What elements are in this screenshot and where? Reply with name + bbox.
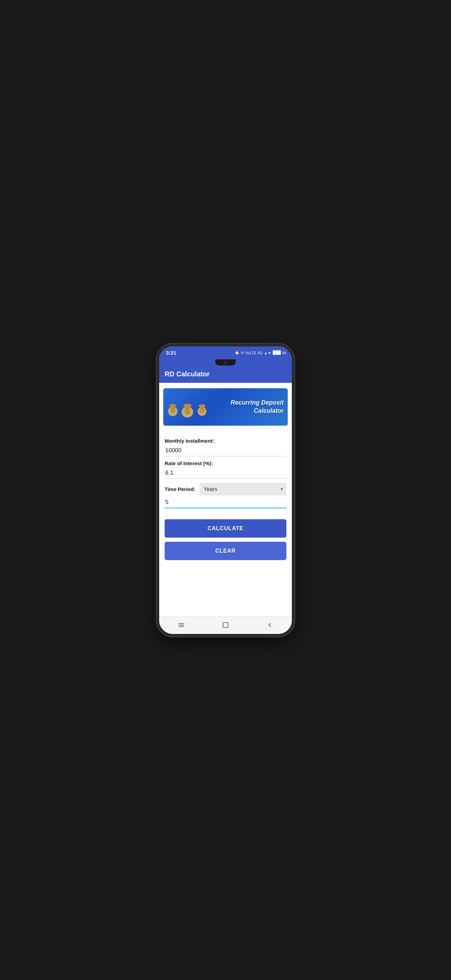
calculate-button[interactable]: CALCULATE [165,519,286,538]
nav-back-button[interactable] [262,617,277,633]
notch-area [159,360,292,367]
money-bag-2 [180,398,195,418]
monthly-installment-input[interactable] [165,445,286,456]
time-period-value-input[interactable] [165,497,286,508]
front-camera [224,361,227,364]
money-bag-3 [196,399,208,417]
status-battery: 84 [282,351,286,355]
time-unit-select[interactable]: Years Months [200,483,286,495]
app-bar: RD Calculator [159,367,292,383]
menu-icon [178,621,185,629]
notch [215,360,236,366]
banner: Recurring Deposit Calculator [163,388,288,426]
svg-point-9 [186,410,189,412]
svg-point-4 [172,410,174,412]
status-alarm-icon: ⏰ [235,350,240,355]
banner-line1: Recurring Deposit [230,399,284,406]
status-dnd-icon: ⊖ [241,350,244,355]
banner-line2: Calculator [254,407,284,414]
svg-point-2 [169,404,176,407]
form-section: Monthly Installment: Rate of Interest (%… [159,428,292,616]
content-area: Recurring Deposit Calculator Monthly Ins… [159,383,292,616]
svg-point-12 [199,404,205,408]
status-bars-icon: ▉▉▉ [273,350,281,355]
nav-home-button[interactable] [218,617,233,633]
status-wifi-icon: ▲▼ [264,351,272,355]
status-bar: 3:21 ⏰ ⊖ VoLTE 4G ▲▼ ▉▉▉ 84 [159,347,292,360]
rate-of-interest-label: Rate of Interest (%): [165,460,286,466]
svg-point-7 [183,404,192,408]
status-time: 3:21 [166,350,176,356]
banner-text: Recurring Deposit Calculator [230,399,288,415]
clear-button[interactable]: CLEAR [165,542,286,560]
app-title: RD Calculator [165,370,210,378]
banner-bags [163,395,211,419]
money-bag-1 [167,399,179,417]
nav-bar [159,616,292,634]
status-icons: ⏰ ⊖ VoLTE 4G ▲▼ ▉▉▉ 84 [235,350,286,355]
status-4g-icon: 4G [257,351,262,355]
svg-rect-18 [223,623,228,628]
home-icon [222,621,229,629]
back-icon [266,621,273,629]
nav-menu-button[interactable] [174,617,189,633]
svg-point-14 [201,410,203,411]
time-period-label: Time Period: [165,486,195,492]
rate-of-interest-input[interactable] [165,468,286,479]
status-signal-icon: VoLTE [245,351,256,355]
phone-frame: 3:21 ⏰ ⊖ VoLTE 4G ▲▼ ▉▉▉ 84 RD Calculato… [159,347,292,634]
time-period-row: Time Period: Years Months [165,483,286,495]
time-unit-select-wrapper[interactable]: Years Months [200,483,286,495]
monthly-installment-label: Monthly Installment: [165,438,286,444]
